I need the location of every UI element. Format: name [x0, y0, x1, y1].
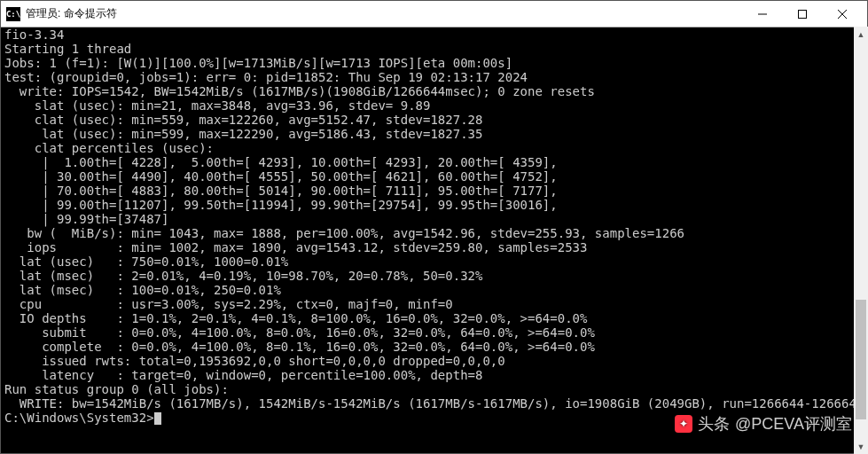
vertical-scrollbar[interactable]: ▲ ▼	[854, 27, 868, 454]
watermark-icon: ✦	[675, 415, 692, 433]
terminal-line: Starting 1 thread	[4, 42, 864, 56]
terminal-output[interactable]: fio-3.34Starting 1 threadJobs: 1 (f=1): …	[1, 27, 867, 453]
cursor	[154, 412, 161, 425]
terminal-line: lat (msec) : 2=0.01%, 4=0.19%, 10=98.70%…	[4, 269, 864, 283]
terminal-line: Jobs: 1 (f=1): [W(1)][100.0%][w=1713MiB/…	[4, 56, 864, 70]
terminal-line: lat (msec) : 100=0.01%, 250=0.01%	[4, 283, 864, 297]
terminal-line: latency : target=0, window=0, percentile…	[4, 368, 864, 382]
minimize-button[interactable]	[742, 1, 782, 27]
terminal-line: bw ( MiB/s): min= 1043, max= 1888, per=1…	[4, 226, 864, 240]
terminal-line: | 99.00th=[11207], 99.50th=[11994], 99.9…	[4, 198, 864, 212]
scroll-up-arrow[interactable]: ▲	[854, 27, 868, 42]
terminal-line: IO depths : 1=0.1%, 2=0.1%, 4=0.1%, 8=10…	[4, 311, 864, 325]
scroll-track[interactable]	[854, 42, 868, 439]
scroll-down-arrow[interactable]: ▼	[854, 439, 868, 454]
terminal-line: | 99.99th=[37487]	[4, 212, 864, 226]
watermark: ✦ 头条 @PCEVA评测室	[675, 413, 852, 434]
maximize-button[interactable]	[782, 1, 822, 27]
terminal-line: | 30.00th=[ 4490], 40.00th=[ 4555], 50.0…	[4, 169, 864, 184]
cmd-window: C:\ 管理员: 命令提示符 fio-3.34Starting 1 thread…	[0, 0, 868, 454]
svg-rect-1	[798, 10, 806, 18]
terminal-line: WRITE: bw=1542MiB/s (1617MB/s), 1542MiB/…	[4, 396, 864, 411]
terminal-line: | 70.00th=[ 4883], 80.00th=[ 5014], 90.0…	[4, 184, 864, 198]
terminal-line: submit : 0=0.0%, 4=100.0%, 8=0.0%, 16=0.…	[4, 325, 864, 340]
window-title: 管理员: 命令提示符	[26, 6, 117, 21]
terminal-line: cpu : usr=3.00%, sys=2.29%, ctx=0, majf=…	[4, 297, 864, 311]
terminal-line: clat percentiles (usec):	[4, 141, 864, 155]
terminal-line: fio-3.34	[4, 27, 864, 42]
watermark-text: @PCEVA评测室	[735, 413, 852, 434]
terminal-line: slat (usec): min=21, max=3848, avg=33.96…	[4, 98, 864, 113]
close-button[interactable]	[822, 1, 862, 27]
terminal-line: Run status group 0 (all jobs):	[4, 382, 864, 396]
app-icon: C:\	[6, 7, 20, 21]
terminal-line: lat (usec) : 750=0.01%, 1000=0.01%	[4, 254, 864, 269]
watermark-prefix: 头条	[698, 413, 730, 434]
terminal-line: write: IOPS=1542, BW=1542MiB/s (1617MB/s…	[4, 84, 864, 98]
terminal-line: clat (usec): min=559, max=122260, avg=51…	[4, 113, 864, 127]
scroll-thumb[interactable]	[856, 300, 866, 419]
terminal-line: issued rwts: total=0,1953692,0,0 short=0…	[4, 354, 864, 368]
terminal-line: lat (usec): min=599, max=122290, avg=518…	[4, 127, 864, 141]
terminal-line: | 1.00th=[ 4228], 5.00th=[ 4293], 10.00t…	[4, 155, 864, 169]
titlebar[interactable]: C:\ 管理员: 命令提示符	[1, 1, 867, 27]
terminal-line: iops : min= 1002, max= 1890, avg=1543.12…	[4, 240, 864, 254]
terminal-line: complete : 0=0.0%, 4=100.0%, 8=0.1%, 16=…	[4, 340, 864, 354]
terminal-line: test: (groupid=0, jobs=1): err= 0: pid=1…	[4, 70, 864, 84]
